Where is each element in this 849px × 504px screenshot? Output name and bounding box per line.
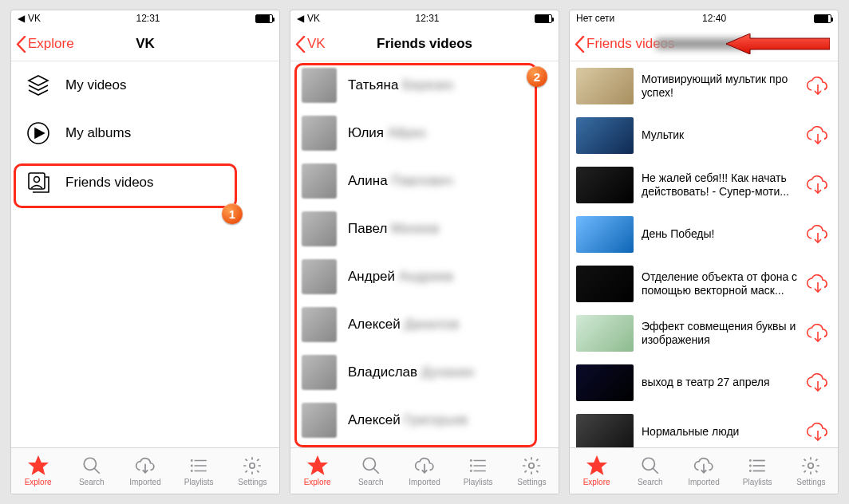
video-row[interactable]: Отделение объекта от фона с помощью вект… (570, 259, 838, 309)
video-row[interactable]: Эффект совмещения буквы и изображения (570, 309, 838, 358)
download-button[interactable] (806, 272, 830, 296)
tab-search[interactable]: Search (344, 448, 397, 494)
search-icon (81, 455, 102, 476)
chevron-left-icon (16, 36, 26, 53)
tab-playlists[interactable]: Playlists (731, 448, 784, 494)
svg-line-37 (653, 468, 658, 474)
video-title: Не жалей себя!!! Как начать действовать!… (642, 171, 798, 199)
video-thumbnail (576, 414, 634, 447)
list-icon (747, 455, 768, 476)
download-button[interactable] (806, 371, 830, 395)
tab-settings[interactable]: Settings (505, 448, 559, 494)
tab-settings[interactable]: Settings (784, 448, 838, 494)
tab-imported[interactable]: Imported (118, 448, 172, 494)
tab-playlists[interactable]: Playlists (452, 448, 505, 494)
chevron-left-icon (575, 36, 585, 53)
svg-marker-35 (588, 457, 606, 474)
svg-line-18 (373, 468, 379, 474)
tab-label: Search (358, 478, 384, 486)
download-button[interactable] (806, 420, 830, 444)
svg-marker-0 (29, 76, 48, 85)
battery-icon (814, 14, 831, 23)
screen-1: ◀ VK 12:31 Explore VK My videos My album… (10, 10, 280, 494)
content: My videos My albums Friends videos 1 (11, 61, 279, 447)
list-icon (468, 455, 488, 476)
tab-label: Playlists (464, 478, 493, 486)
svg-point-36 (642, 458, 654, 470)
tab-label: Search (638, 478, 663, 486)
content: Мотивирующий мультик про успех!МультикНе… (570, 61, 838, 447)
screen-2: ◀ VK 12:31 VK Friends videos Татьяна Бер… (290, 10, 559, 494)
tab-explore[interactable]: Explore (290, 448, 344, 494)
tab-bar: Explore Search Imported Playlists Settin… (570, 447, 838, 494)
tab-label: Settings (796, 478, 825, 486)
nav-title: VK (136, 36, 155, 52)
svg-point-6 (84, 458, 96, 470)
video-title: Эффект совмещения буквы и изображения (642, 320, 798, 348)
svg-marker-16 (309, 457, 326, 474)
annotation-badge-1: 1 (222, 203, 243, 224)
svg-point-24 (471, 465, 472, 466)
video-row[interactable]: Мультик (570, 111, 838, 160)
tab-settings[interactable]: Settings (226, 448, 279, 494)
menu-label: My videos (65, 77, 127, 93)
gear-icon (521, 455, 542, 476)
cloud-download-icon (135, 455, 156, 476)
video-row[interactable]: Нормальные люди (570, 408, 838, 447)
annotation-highlight (294, 63, 537, 447)
video-row[interactable]: выход в театр 27 апреля (570, 358, 838, 408)
svg-point-12 (192, 460, 192, 461)
download-button[interactable] (806, 173, 830, 197)
clock: 12:31 (415, 13, 439, 24)
battery-icon (535, 14, 552, 23)
back-button[interactable]: VK (295, 26, 326, 61)
video-title: Мотивирующий мультик про успех! (642, 73, 798, 100)
tab-search[interactable]: Search (623, 448, 677, 494)
svg-point-45 (808, 463, 814, 469)
back-button[interactable]: Explore (16, 26, 74, 61)
tab-label: Settings (238, 478, 267, 486)
screen-3: Нет сети 12:40 Friends videos Мотивирующ… (569, 10, 839, 494)
status-bar: Нет сети 12:40 (570, 10, 838, 26)
tab-imported[interactable]: Imported (677, 448, 730, 494)
tab-explore[interactable]: Explore (11, 448, 65, 494)
carrier-label: Нет сети (576, 13, 614, 24)
svg-point-15 (250, 463, 255, 469)
svg-marker-5 (30, 457, 47, 474)
tab-explore[interactable]: Explore (570, 448, 623, 494)
svg-point-44 (750, 471, 751, 471)
tab-playlists[interactable]: Playlists (172, 448, 226, 494)
tab-bar: Explore Search Imported Playlists Settin… (11, 447, 279, 494)
nav-bar: Explore VK (11, 26, 279, 61)
tab-label: Settings (517, 478, 546, 486)
star-icon (307, 455, 328, 476)
svg-point-23 (471, 460, 472, 461)
back-arrow-icon: ◀ (297, 13, 304, 24)
battery-icon (255, 14, 273, 23)
video-title: Нормальные люди (642, 425, 798, 439)
download-button[interactable] (806, 222, 830, 246)
tab-label: Playlists (743, 478, 772, 486)
download-button[interactable] (806, 74, 830, 98)
search-icon (361, 455, 381, 476)
download-button[interactable] (806, 124, 830, 148)
tab-search[interactable]: Search (65, 448, 118, 494)
video-thumbnail (576, 364, 634, 401)
status-bar: ◀ VK 12:31 (11, 10, 279, 26)
search-icon (640, 455, 661, 476)
menu-item-my-albums[interactable]: My albums (11, 109, 279, 157)
nav-bar: Friends videos (570, 26, 838, 61)
menu-item-my-videos[interactable]: My videos (11, 61, 279, 109)
video-title: Отделение объекта от фона с помощью вект… (642, 270, 798, 298)
stack-icon (26, 73, 51, 98)
video-row[interactable]: Не жалей себя!!! Как начать действовать!… (570, 160, 838, 210)
tab-imported[interactable]: Imported (397, 448, 451, 494)
video-row[interactable]: День Победы! (570, 210, 838, 259)
video-thumbnail (576, 117, 634, 154)
cloud-download-icon (693, 455, 714, 476)
download-button[interactable] (806, 321, 830, 345)
svg-point-17 (363, 458, 375, 470)
video-thumbnail (576, 167, 634, 203)
video-row[interactable]: Мотивирующий мультик про успех! (570, 61, 838, 111)
tab-label: Playlists (184, 478, 214, 486)
